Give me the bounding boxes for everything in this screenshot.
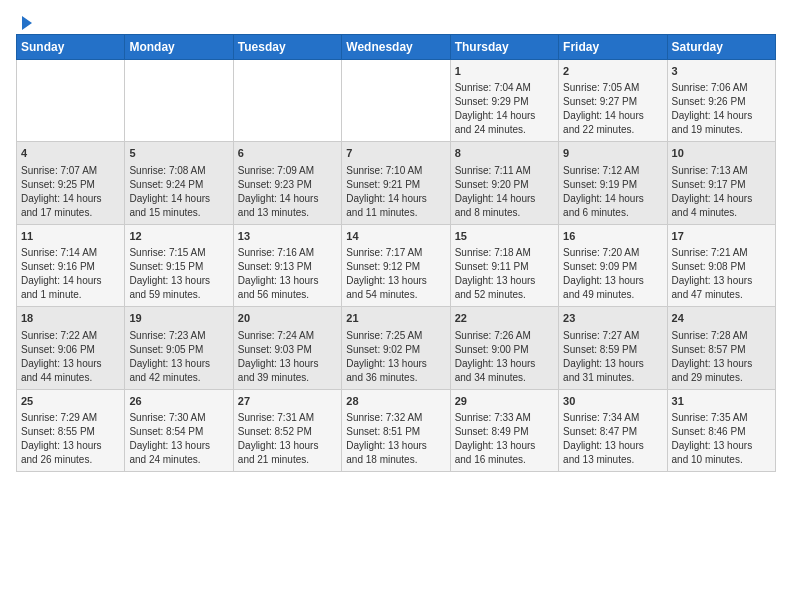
day-info: Daylight: 13 hours and 26 minutes.: [21, 439, 120, 467]
day-info: Daylight: 13 hours and 44 minutes.: [21, 357, 120, 385]
day-number: 13: [238, 229, 337, 244]
calendar-cell: 12Sunrise: 7:15 AMSunset: 9:15 PMDayligh…: [125, 224, 233, 306]
calendar-cell: 16Sunrise: 7:20 AMSunset: 9:09 PMDayligh…: [559, 224, 667, 306]
calendar-cell: 25Sunrise: 7:29 AMSunset: 8:55 PMDayligh…: [17, 389, 125, 471]
day-info: Daylight: 14 hours and 6 minutes.: [563, 192, 662, 220]
day-info: Daylight: 14 hours and 24 minutes.: [455, 109, 554, 137]
calendar-week-row: 1Sunrise: 7:04 AMSunset: 9:29 PMDaylight…: [17, 60, 776, 142]
day-info: Daylight: 14 hours and 22 minutes.: [563, 109, 662, 137]
day-info: Sunrise: 7:23 AM: [129, 329, 228, 343]
calendar-cell: 6Sunrise: 7:09 AMSunset: 9:23 PMDaylight…: [233, 142, 341, 224]
day-info: Sunrise: 7:05 AM: [563, 81, 662, 95]
day-info: Sunset: 9:06 PM: [21, 343, 120, 357]
calendar-cell: 17Sunrise: 7:21 AMSunset: 9:08 PMDayligh…: [667, 224, 775, 306]
day-info: Sunrise: 7:35 AM: [672, 411, 771, 425]
day-info: Sunset: 9:21 PM: [346, 178, 445, 192]
day-info: Sunset: 9:16 PM: [21, 260, 120, 274]
day-info: Daylight: 13 hours and 42 minutes.: [129, 357, 228, 385]
day-info: Sunset: 9:13 PM: [238, 260, 337, 274]
day-info: Sunrise: 7:34 AM: [563, 411, 662, 425]
day-info: Daylight: 13 hours and 54 minutes.: [346, 274, 445, 302]
day-info: Daylight: 13 hours and 10 minutes.: [672, 439, 771, 467]
day-info: Daylight: 14 hours and 15 minutes.: [129, 192, 228, 220]
day-info: Sunset: 9:00 PM: [455, 343, 554, 357]
day-info: Sunset: 8:46 PM: [672, 425, 771, 439]
calendar-cell: 20Sunrise: 7:24 AMSunset: 9:03 PMDayligh…: [233, 307, 341, 389]
day-info: Sunrise: 7:20 AM: [563, 246, 662, 260]
day-number: 17: [672, 229, 771, 244]
day-info: Sunset: 8:54 PM: [129, 425, 228, 439]
day-number: 18: [21, 311, 120, 326]
day-info: Sunset: 9:25 PM: [21, 178, 120, 192]
calendar-cell: 9Sunrise: 7:12 AMSunset: 9:19 PMDaylight…: [559, 142, 667, 224]
day-number: 3: [672, 64, 771, 79]
calendar-cell: 1Sunrise: 7:04 AMSunset: 9:29 PMDaylight…: [450, 60, 558, 142]
day-info: Sunrise: 7:17 AM: [346, 246, 445, 260]
day-info: Sunrise: 7:11 AM: [455, 164, 554, 178]
day-info: Sunset: 9:17 PM: [672, 178, 771, 192]
day-info: Daylight: 13 hours and 18 minutes.: [346, 439, 445, 467]
calendar-week-row: 4Sunrise: 7:07 AMSunset: 9:25 PMDaylight…: [17, 142, 776, 224]
logo: [16, 16, 32, 26]
day-info: Sunrise: 7:04 AM: [455, 81, 554, 95]
day-info: Sunrise: 7:06 AM: [672, 81, 771, 95]
calendar-cell: 21Sunrise: 7:25 AMSunset: 9:02 PMDayligh…: [342, 307, 450, 389]
day-number: 30: [563, 394, 662, 409]
day-info: Daylight: 14 hours and 8 minutes.: [455, 192, 554, 220]
calendar-cell: 8Sunrise: 7:11 AMSunset: 9:20 PMDaylight…: [450, 142, 558, 224]
calendar-week-row: 11Sunrise: 7:14 AMSunset: 9:16 PMDayligh…: [17, 224, 776, 306]
day-info: Sunset: 8:51 PM: [346, 425, 445, 439]
day-number: 23: [563, 311, 662, 326]
day-number: 14: [346, 229, 445, 244]
day-info: Sunset: 9:11 PM: [455, 260, 554, 274]
day-info: Daylight: 13 hours and 13 minutes.: [563, 439, 662, 467]
calendar-cell: 26Sunrise: 7:30 AMSunset: 8:54 PMDayligh…: [125, 389, 233, 471]
day-info: Sunset: 9:23 PM: [238, 178, 337, 192]
day-info: Daylight: 13 hours and 34 minutes.: [455, 357, 554, 385]
weekday-header-sunday: Sunday: [17, 35, 125, 60]
day-info: Sunrise: 7:29 AM: [21, 411, 120, 425]
calendar-header: SundayMondayTuesdayWednesdayThursdayFrid…: [17, 35, 776, 60]
day-number: 9: [563, 146, 662, 161]
day-info: Sunset: 9:20 PM: [455, 178, 554, 192]
day-info: Daylight: 13 hours and 47 minutes.: [672, 274, 771, 302]
calendar-cell: 13Sunrise: 7:16 AMSunset: 9:13 PMDayligh…: [233, 224, 341, 306]
calendar-table: SundayMondayTuesdayWednesdayThursdayFrid…: [16, 34, 776, 472]
calendar-cell: 7Sunrise: 7:10 AMSunset: 9:21 PMDaylight…: [342, 142, 450, 224]
day-number: 25: [21, 394, 120, 409]
day-number: 29: [455, 394, 554, 409]
page-header: [16, 16, 776, 26]
day-number: 4: [21, 146, 120, 161]
logo-triangle-icon: [22, 16, 32, 30]
day-info: Sunrise: 7:22 AM: [21, 329, 120, 343]
day-number: 22: [455, 311, 554, 326]
day-info: Sunrise: 7:09 AM: [238, 164, 337, 178]
day-info: Sunset: 8:49 PM: [455, 425, 554, 439]
day-number: 2: [563, 64, 662, 79]
day-number: 27: [238, 394, 337, 409]
day-info: Sunset: 9:19 PM: [563, 178, 662, 192]
calendar-cell: 4Sunrise: 7:07 AMSunset: 9:25 PMDaylight…: [17, 142, 125, 224]
day-number: 11: [21, 229, 120, 244]
day-info: Daylight: 13 hours and 49 minutes.: [563, 274, 662, 302]
day-number: 10: [672, 146, 771, 161]
calendar-cell: 10Sunrise: 7:13 AMSunset: 9:17 PMDayligh…: [667, 142, 775, 224]
day-number: 28: [346, 394, 445, 409]
calendar-cell: 28Sunrise: 7:32 AMSunset: 8:51 PMDayligh…: [342, 389, 450, 471]
day-info: Sunrise: 7:12 AM: [563, 164, 662, 178]
day-info: Sunrise: 7:14 AM: [21, 246, 120, 260]
calendar-cell: 31Sunrise: 7:35 AMSunset: 8:46 PMDayligh…: [667, 389, 775, 471]
day-info: Sunset: 9:26 PM: [672, 95, 771, 109]
calendar-cell: 5Sunrise: 7:08 AMSunset: 9:24 PMDaylight…: [125, 142, 233, 224]
calendar-body: 1Sunrise: 7:04 AMSunset: 9:29 PMDaylight…: [17, 60, 776, 472]
day-info: Sunset: 9:24 PM: [129, 178, 228, 192]
day-info: Sunrise: 7:15 AM: [129, 246, 228, 260]
day-info: Sunrise: 7:16 AM: [238, 246, 337, 260]
calendar-cell: 18Sunrise: 7:22 AMSunset: 9:06 PMDayligh…: [17, 307, 125, 389]
calendar-cell: 11Sunrise: 7:14 AMSunset: 9:16 PMDayligh…: [17, 224, 125, 306]
day-number: 6: [238, 146, 337, 161]
day-info: Daylight: 13 hours and 24 minutes.: [129, 439, 228, 467]
day-info: Sunset: 9:05 PM: [129, 343, 228, 357]
calendar-cell: [342, 60, 450, 142]
day-info: Sunset: 8:59 PM: [563, 343, 662, 357]
